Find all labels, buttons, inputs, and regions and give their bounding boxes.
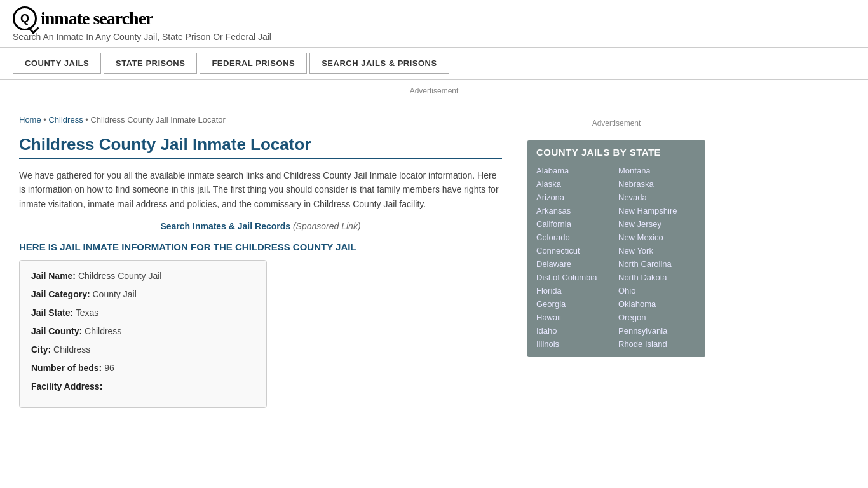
header: Q inmate searcher Search An Inmate In An… <box>0 0 868 48</box>
breadcrumb-current: Childress County Jail Inmate Locator <box>90 115 225 125</box>
state-link-connecticut[interactable]: Connecticut <box>536 244 614 257</box>
state-link-georgia[interactable]: Georgia <box>536 297 614 311</box>
state-link-colorado[interactable]: Colorado <box>536 231 614 244</box>
jail-beds-row: Number of beds: 96 <box>31 362 255 375</box>
sidebar: Advertisement COUNTY JAILS BY STATE Alab… <box>521 102 712 421</box>
state-link-oklahoma[interactable]: Oklahoma <box>618 297 696 311</box>
ad-banner: Advertisement <box>0 80 868 102</box>
jail-address-row: Facility Address: <box>31 380 255 393</box>
search-jails-nav[interactable]: SEARCH JAILS & PRISONS <box>309 53 449 74</box>
jail-beds-v: 96 <box>104 363 114 373</box>
state-prisons-nav[interactable]: STATE PRISONS <box>104 53 197 74</box>
sidebar-ad: Advertisement <box>527 115 705 132</box>
state-link-new-jersey[interactable]: New Jersey <box>618 217 696 231</box>
body-text: We have gathered for you all the availab… <box>19 168 502 211</box>
jail-city-row: City: Childress <box>31 343 255 356</box>
jail-county-v: Childress <box>85 326 121 336</box>
state-link-illinois[interactable]: Illinois <box>536 337 614 351</box>
state-link-rhode-island[interactable]: Rhode Island <box>618 337 696 351</box>
state-link-arizona[interactable]: Arizona <box>536 191 614 204</box>
sponsored-link-area: Search Inmates & Jail Records (Sponsored… <box>19 221 502 231</box>
jail-county-row: Jail County: Childress <box>31 325 255 338</box>
states-grid: Alabama Alaska Arizona Arkansas Californ… <box>536 164 696 351</box>
states-col2: Montana Nebraska Nevada New Hampshire Ne… <box>618 164 696 351</box>
state-link-delaware[interactable]: Delaware <box>536 257 614 271</box>
state-link-north-carolina[interactable]: North Carolina <box>618 257 696 271</box>
state-link-pennsylvania[interactable]: Pennsylvania <box>618 324 696 337</box>
logo-text: inmate searcher <box>41 8 153 29</box>
state-link-idaho[interactable]: Idaho <box>536 324 614 337</box>
breadcrumb: Home • Childress • Childress County Jail… <box>19 115 502 125</box>
state-link-new-hampshire[interactable]: New Hampshire <box>618 204 696 217</box>
state-link-ohio[interactable]: Ohio <box>618 284 696 297</box>
county-jails-title: COUNTY JAILS BY STATE <box>536 147 696 158</box>
jail-county-label: Jail County: <box>31 326 82 336</box>
info-card: Jail Name: Childress County Jail Jail Ca… <box>19 260 267 408</box>
jail-address-label: Facility Address: <box>31 381 102 391</box>
logo-area: Q inmate searcher <box>13 6 855 30</box>
states-col1: Alabama Alaska Arizona Arkansas Californ… <box>536 164 614 351</box>
state-link-hawaii[interactable]: Hawaii <box>536 311 614 324</box>
state-link-montana[interactable]: Montana <box>618 164 696 177</box>
jail-city-label: City: <box>31 344 51 355</box>
logo-icon: Q <box>13 6 37 30</box>
page-title: Childress County Jail Inmate Locator <box>19 135 502 159</box>
state-link-nebraska[interactable]: Nebraska <box>618 177 696 191</box>
jail-state-label: Jail State: <box>31 308 73 318</box>
jail-name-label: Jail Name: <box>31 271 76 281</box>
state-link-new-mexico[interactable]: New Mexico <box>618 231 696 244</box>
section-heading: HERE IS JAIL INMATE INFORMATION FOR THE … <box>19 241 502 252</box>
jail-name-val: Childress County Jail <box>78 271 162 281</box>
county-jails-nav[interactable]: COUNTY JAILS <box>13 53 101 74</box>
breadcrumb-home[interactable]: Home <box>19 115 41 125</box>
state-link-arkansas[interactable]: Arkansas <box>536 204 614 217</box>
sponsored-link[interactable]: Search Inmates & Jail Records <box>160 221 290 231</box>
state-link-alaska[interactable]: Alaska <box>536 177 614 191</box>
state-link-california[interactable]: California <box>536 217 614 231</box>
state-link-nevada[interactable]: Nevada <box>618 191 696 204</box>
state-link-alabama[interactable]: Alabama <box>536 164 614 177</box>
state-link-dc[interactable]: Dist.of Columbia <box>536 271 614 284</box>
state-link-florida[interactable]: Florida <box>536 284 614 297</box>
federal-prisons-nav[interactable]: FEDERAL PRISONS <box>200 53 307 74</box>
jail-city-v: Childress <box>53 344 90 355</box>
jail-state-v: Texas <box>76 308 99 318</box>
nav-bar: COUNTY JAILS STATE PRISONS FEDERAL PRISO… <box>0 48 868 80</box>
state-link-new-york[interactable]: New York <box>618 244 696 257</box>
jail-beds-label: Number of beds: <box>31 363 102 373</box>
county-jails-box: COUNTY JAILS BY STATE Alabama Alaska Ari… <box>527 140 705 357</box>
jail-cat-v: County Jail <box>92 289 136 299</box>
content-area: Home • Childress • Childress County Jail… <box>0 102 521 421</box>
state-link-oregon[interactable]: Oregon <box>618 311 696 324</box>
main-layout: Home • Childress • Childress County Jail… <box>0 102 868 421</box>
state-link-north-dakota[interactable]: North Dakota <box>618 271 696 284</box>
sponsored-label-text: (Sponsored Link) <box>293 221 361 231</box>
jail-name-row: Jail Name: Childress County Jail <box>31 269 255 283</box>
jail-state-row: Jail State: Texas <box>31 306 255 320</box>
tagline: Search An Inmate In Any County Jail, Sta… <box>13 32 855 42</box>
jail-category-label: Jail Category: <box>31 289 90 299</box>
breadcrumb-parent[interactable]: Childress <box>48 115 83 125</box>
jail-category-row: Jail Category: County Jail <box>31 288 255 301</box>
